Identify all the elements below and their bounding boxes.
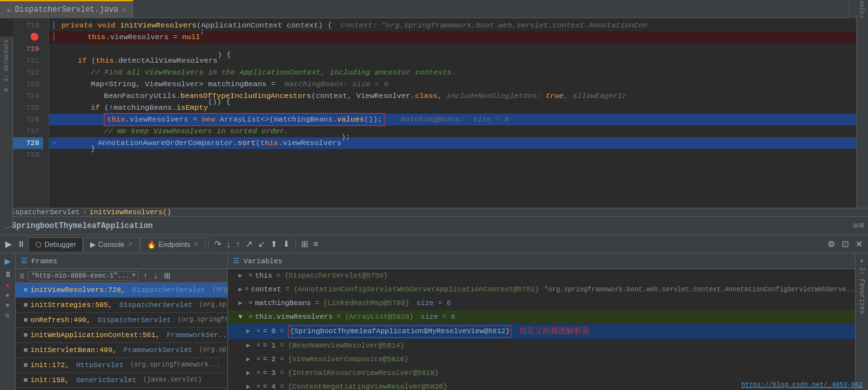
expand-matchingbeans[interactable]: ► <box>238 298 246 309</box>
maven-tab-label[interactable]: ⚙ <box>2 84 11 96</box>
frame-item-2[interactable]: ■ onRefresh:490, DispatcherServlet (org.… <box>16 313 227 328</box>
var-icon-matchingbeans: ≡ <box>249 298 252 309</box>
layout-button[interactable]: ≡ <box>311 238 321 250</box>
line-721: 721 <box>13 55 43 67</box>
var-val-1: {BeanNameViewResolver@5814} <box>288 340 404 351</box>
var-eq-2: = <box>280 354 284 365</box>
pause-button-side[interactable]: ⏸ <box>2 269 14 280</box>
expand-this[interactable]: ► <box>238 270 246 282</box>
settings-toolbar-button[interactable]: ⚙ <box>825 238 838 250</box>
var-name-2: = 2 <box>263 354 276 365</box>
var-name-3: = 3 <box>263 368 276 379</box>
main-window: ☕ DispatcherServlet.java ✕ 1: Project 2:… <box>0 0 868 390</box>
close-panel-button[interactable]: ✕ <box>853 238 865 250</box>
var-context[interactable]: ► ≡ context = {AnnotationConfigServletWe… <box>228 283 855 297</box>
evaluate-button[interactable]: ↙ <box>255 238 268 250</box>
tab-close-button[interactable]: ✕ <box>122 6 126 14</box>
var-viewresolvers[interactable]: ▼ ⊙ this.viewResolvers = {ArrayList@5828… <box>228 310 855 324</box>
frame-class-0: DispatcherServlet <box>128 285 206 295</box>
tab-bar: ☕ DispatcherServlet.java ✕ 1: Project <box>0 0 868 18</box>
frames-button[interactable]: ⊞ <box>298 238 311 250</box>
debug-toolbar: ⬡ SpringbootThymeleafApplication ⚙ ⊞ <box>0 217 868 235</box>
code-line-728: →AnnotationAwareOrderComparator.sort(thi… <box>49 137 868 149</box>
expand-1[interactable]: ► <box>246 340 254 351</box>
debug-title: SpringbootThymeleafApplication <box>12 221 153 231</box>
right-panel <box>856 18 868 208</box>
line-725: 725 <box>13 102 43 114</box>
var-1-beannameviewresolver[interactable]: ► ≡ = 1 = {BeanNameViewResolver@5814} <box>228 339 855 353</box>
frame-item-0[interactable]: ■ initViewResolvers:728, DispatcherServl… <box>16 283 227 298</box>
expand-3[interactable]: ► <box>246 368 254 379</box>
step-up-button[interactable]: ⬆ <box>268 238 280 250</box>
var-0-myresolveview[interactable]: ► ≡ = 0 = {SpringbootThymeleafApplicatio… <box>228 324 855 339</box>
var-3-internalresource[interactable]: ► ≡ = 3 = {InternalResourceViewResolver@… <box>228 366 855 380</box>
var-icon-context: ≡ <box>245 284 248 295</box>
var-size-viewresolvers: size = 6 <box>416 312 455 323</box>
step-down-button[interactable]: ⬇ <box>280 238 293 250</box>
step-into-button[interactable]: ↓ <box>224 238 234 250</box>
pause-button[interactable]: ⏸ <box>14 238 28 250</box>
frames-down-button[interactable]: ↓ <box>152 270 159 281</box>
var-eq-0: = <box>280 326 284 337</box>
var-this[interactable]: ► ≡ this = {DispatcherServlet@5750} <box>228 269 855 283</box>
var-val-this: {DispatcherServlet@5750} <box>284 270 387 282</box>
frame-class-6: GenericServlet <box>72 375 137 385</box>
console-icon: ▶ <box>90 240 95 249</box>
run-buttons-column: ▶ ⏸ ● ● ● ⚙ <box>0 253 16 390</box>
frame-icon-4: ■ <box>24 345 28 355</box>
expand-context[interactable]: ► <box>238 284 242 295</box>
var-name-viewresolvers: this.viewResolvers <box>255 312 332 323</box>
expand-4[interactable]: ► <box>246 382 254 390</box>
code-line-722: // Find all ViewResolvers in the Applica… <box>49 67 868 78</box>
expand-2[interactable]: ► <box>246 354 254 365</box>
toolbar-right-buttons: ⚙ ⊡ ✕ <box>825 238 865 250</box>
frame-method-6: init:158, <box>31 375 69 385</box>
line-numbers: 718 🔴 719 720 721 722 723 724 725 726 72… <box>13 18 49 208</box>
step-over-button[interactable]: ↷ <box>212 238 224 250</box>
run-to-cursor-button[interactable]: ↗ <box>243 238 255 250</box>
var-2-viewresolvercomposite[interactable]: ► ≡ = 2 = {ViewResolverComposite@5816} <box>228 353 855 366</box>
code-line-726: this.viewResolvers = new ArrayList<>(mat… <box>49 114 868 125</box>
expand-viewresolvers[interactable]: ▼ <box>238 312 246 323</box>
frame-item-3[interactable]: ■ initWebApplicationContext:561, Framewo… <box>16 328 227 343</box>
frame-item-6[interactable]: ■ init:158, GenericServlet (javax.servle… <box>16 373 227 388</box>
var-matchingbeans[interactable]: ► ≡ matchingBeans = {LinkedHashMap@5798}… <box>228 297 855 310</box>
frame-item-1[interactable]: ■ initStrategies:505, DispatcherServlet … <box>16 298 227 313</box>
var-eq-1: = <box>280 340 284 351</box>
expand-icon[interactable]: ⊞ <box>860 221 864 231</box>
frame-icon-3: ■ <box>24 330 28 340</box>
code-editor[interactable]: 718 🔴 719 720 721 722 723 724 725 726 72… <box>13 18 868 208</box>
endpoints-arrow: ↗ <box>193 241 199 248</box>
var-icon-1: ≡ <box>257 340 260 351</box>
editor-region: 2: Structure ⚙ 718 🔴 719 720 721 722 723… <box>0 18 868 208</box>
tab-dispatcher-servlet[interactable]: ☕ DispatcherServlet.java ✕ <box>0 0 133 18</box>
code-line-718: │ private void initViewResolvers(Applica… <box>49 20 868 31</box>
tab-debugger[interactable]: ⬡ Debugger <box>28 237 83 252</box>
restore-button[interactable]: ⊡ <box>839 238 852 250</box>
expand-0[interactable]: ► <box>246 326 254 337</box>
frames-up-button[interactable]: ↑ <box>141 270 149 281</box>
thread-dropdown-arrow: ▼ <box>132 272 135 279</box>
resume-button[interactable]: ▶ <box>3 238 14 250</box>
frame-item-4[interactable]: ■ initServletBean:499, FrameworkServlet … <box>16 343 227 358</box>
layout-icon-right[interactable]: 2: Favorites <box>858 267 865 314</box>
settings-icon[interactable]: ⚙ <box>854 221 858 231</box>
frame-item-5[interactable]: ■ init:172, HttpServlet (org.springframe… <box>16 358 227 373</box>
var-name-4: = 4 <box>263 382 276 390</box>
variables-panel-title: Variables <box>244 257 282 265</box>
debugger-icon: ⬡ <box>35 240 42 249</box>
frames-sort-button[interactable]: ⊞ <box>162 270 172 281</box>
play-button-side[interactable]: ▶ <box>3 256 12 267</box>
tab-endpoints[interactable]: 🔥 Endpoints ↗ <box>140 237 206 252</box>
code-line-723: Map<String, ViewResolver> matchingBeans … <box>49 78 868 90</box>
step-out-button[interactable]: ↑ <box>233 238 243 250</box>
favorites-icon[interactable]: ★ <box>860 256 864 265</box>
tab-console[interactable]: ▶ Console ↗ <box>83 237 139 252</box>
structure-tab-label[interactable]: 2: Structure <box>2 37 11 84</box>
status-bar-url[interactable]: https://blog.csdn.net/_4053-962 <box>741 382 863 389</box>
frames-panel-icon: ☰ <box>21 257 27 265</box>
var-val-viewresolvers: {ArrayList@5828} <box>345 312 414 323</box>
var-icon-viewresolvers: ⊙ <box>249 312 252 323</box>
error-icon-1: ● <box>5 292 9 299</box>
thread-selector[interactable]: *http-nio-8080-exec-1"... ▼ <box>28 271 138 281</box>
